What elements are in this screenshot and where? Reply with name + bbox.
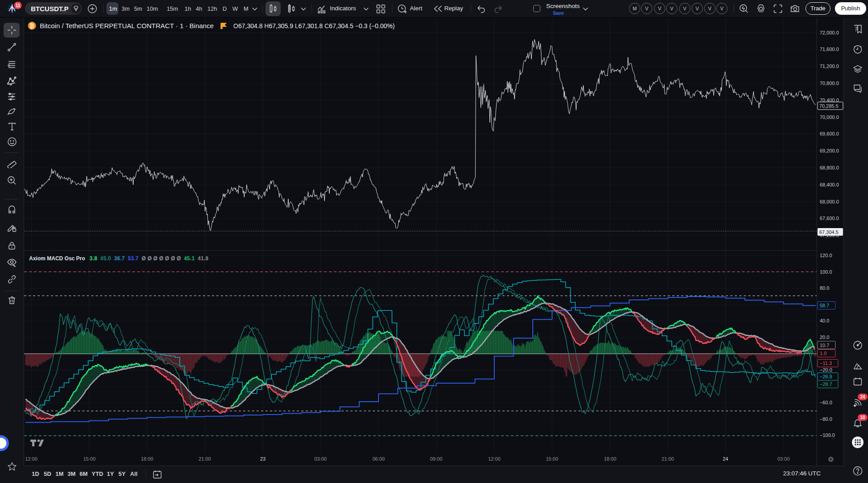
svg-text:23: 23 — [260, 456, 265, 462]
svg-text:15:00: 15:00 — [546, 456, 558, 462]
svg-text:40.0: 40.0 — [820, 318, 829, 323]
svg-text:20.0: 20.0 — [820, 335, 829, 340]
svg-text:71,200.0: 71,200.0 — [820, 64, 839, 69]
svg-text:10.7: 10.7 — [820, 343, 829, 348]
svg-text:69,600.0: 69,600.0 — [820, 131, 839, 136]
svg-text:06:00: 06:00 — [372, 456, 385, 462]
svg-text:18:00: 18:00 — [604, 456, 616, 462]
svg-text:−11.3: −11.3 — [820, 360, 832, 366]
svg-text:12:00: 12:00 — [488, 456, 501, 462]
svg-text:70,285.5: 70,285.5 — [819, 103, 839, 109]
svg-text:68,800.0: 68,800.0 — [820, 165, 839, 170]
svg-text:V: V — [695, 6, 699, 11]
svg-text:−80.0: −80.0 — [820, 416, 832, 422]
svg-text:V: V — [683, 6, 687, 11]
svg-text:V: V — [670, 6, 674, 11]
svg-text:69,200.0: 69,200.0 — [820, 148, 839, 153]
svg-text:67,600.0: 67,600.0 — [820, 216, 839, 221]
svg-text:67,304.5: 67,304.5 — [819, 229, 839, 235]
svg-text:03:00: 03:00 — [314, 456, 327, 462]
svg-text:68,000.0: 68,000.0 — [820, 199, 839, 204]
svg-text:V: V — [658, 6, 662, 11]
svg-text:M: M — [632, 6, 636, 11]
svg-text:−100.0: −100.0 — [820, 432, 835, 438]
svg-text:15:00: 15:00 — [83, 456, 96, 462]
svg-text:21:00: 21:00 — [662, 456, 674, 462]
svg-text:21:00: 21:00 — [198, 456, 211, 462]
svg-text:72,000.0: 72,000.0 — [820, 30, 839, 35]
svg-text:₿: ₿ — [30, 23, 34, 29]
svg-text:10: 10 — [860, 415, 865, 420]
svg-text:09:00: 09:00 — [430, 456, 442, 462]
svg-text:−28.7: −28.7 — [820, 381, 832, 387]
svg-text:18:00: 18:00 — [141, 456, 153, 462]
svg-text:70,000.0: 70,000.0 — [820, 114, 839, 120]
svg-text:V: V — [645, 6, 649, 11]
svg-text:100.0: 100.0 — [820, 269, 832, 275]
svg-text:120.0: 120.0 — [820, 253, 832, 258]
svg-text:80.0: 80.0 — [820, 285, 829, 291]
svg-text:−20.0: −20.0 — [820, 367, 832, 373]
svg-text:03:00: 03:00 — [777, 456, 790, 462]
svg-text:−60.0: −60.0 — [820, 400, 832, 405]
svg-text:70,800.0: 70,800.0 — [820, 80, 839, 86]
svg-text:58.7: 58.7 — [820, 303, 829, 308]
svg-text:68,400.0: 68,400.0 — [820, 182, 839, 187]
svg-text:12:00: 12:00 — [25, 456, 38, 462]
svg-text:V: V — [720, 6, 724, 11]
svg-text:V: V — [708, 6, 712, 11]
svg-text:24: 24 — [860, 394, 865, 399]
svg-text:1.0: 1.0 — [820, 351, 826, 356]
svg-text:24: 24 — [723, 456, 728, 462]
svg-text:−26.9: −26.9 — [820, 374, 832, 379]
svg-text:11: 11 — [16, 3, 21, 8]
svg-text:71,600.0: 71,600.0 — [820, 47, 839, 52]
